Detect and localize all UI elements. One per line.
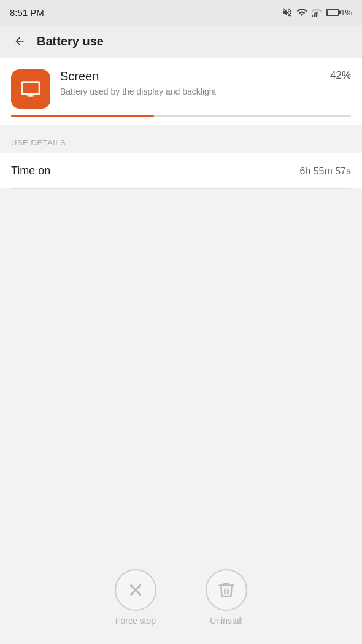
time-on-label: Time on <box>11 165 50 177</box>
divider-bottom <box>11 188 351 189</box>
svg-rect-5 <box>23 83 38 93</box>
signal-icon <box>311 7 322 18</box>
svg-rect-3 <box>318 10 319 17</box>
time-on-value: 6h 55m 57s <box>299 166 351 177</box>
use-details-label: USE DETAILS <box>11 138 66 147</box>
app-info-card: Screen 42% Battery used by the display a… <box>0 58 362 125</box>
time-on-row: Time on 6h 55m 57s <box>0 153 362 188</box>
uninstall-circle[interactable] <box>206 569 247 611</box>
app-icon <box>11 69 50 109</box>
wifi-icon <box>296 7 307 18</box>
uninstall-button[interactable]: Uninstall <box>206 569 247 626</box>
app-name-row: Screen 42% <box>60 69 351 83</box>
app-description: Battery used by the display and backligh… <box>60 86 351 98</box>
usage-progress-bar-fill <box>11 115 154 117</box>
uninstall-icon <box>217 581 236 599</box>
back-button[interactable] <box>10 31 29 51</box>
svg-rect-1 <box>314 14 315 17</box>
status-time: 8:51 PM <box>10 7 44 18</box>
status-bar: 8:51 PM 1% <box>0 0 362 25</box>
screen-app-icon <box>19 77 42 101</box>
battery-usage-percent: 42% <box>330 69 351 82</box>
svg-rect-0 <box>312 15 314 17</box>
use-details-section-header: USE DETAILS <box>0 125 362 153</box>
force-stop-button[interactable]: Force stop <box>115 569 156 626</box>
app-name: Screen <box>60 69 99 83</box>
battery-indicator: 1% <box>326 8 352 17</box>
force-stop-circle[interactable] <box>115 569 156 611</box>
app-info-row: Screen 42% Battery used by the display a… <box>11 69 351 109</box>
status-icons: 1% <box>282 7 352 18</box>
nav-bar: Battery use <box>0 25 362 58</box>
page-title: Battery use <box>37 34 104 48</box>
svg-rect-2 <box>316 12 317 17</box>
force-stop-icon <box>126 581 145 599</box>
app-details: Screen 42% Battery used by the display a… <box>60 69 351 98</box>
battery-percent-label: 1% <box>341 8 352 17</box>
usage-progress-bar-container <box>11 115 351 117</box>
force-stop-label: Force stop <box>115 616 156 626</box>
bottom-actions: Force stop Uninstall <box>0 569 362 626</box>
mute-icon <box>282 7 293 18</box>
uninstall-label: Uninstall <box>210 616 243 626</box>
